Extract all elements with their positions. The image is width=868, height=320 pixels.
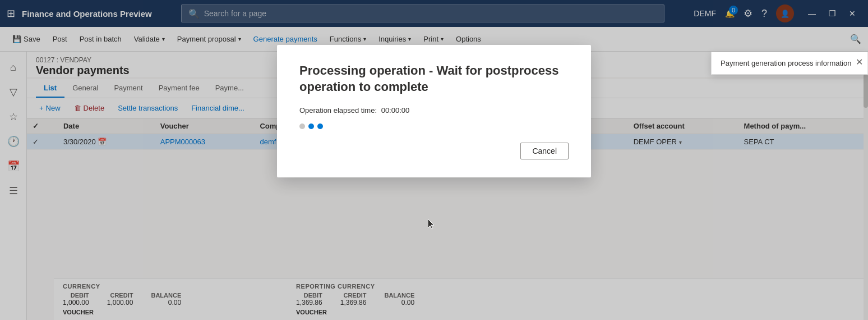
cancel-button[interactable]: Cancel [520, 143, 569, 159]
dot-2 [308, 124, 314, 129]
modal-footer: Cancel [299, 143, 569, 159]
info-popup: ✕ Payment generation process information [711, 52, 868, 75]
modal-progress-dots [299, 124, 569, 129]
dot-1 [299, 124, 305, 129]
modal-elapsed: Operation elapsed time: 00:00:00 [299, 106, 569, 115]
dot-3 [317, 124, 323, 129]
info-popup-text: Payment generation process information [721, 59, 851, 67]
processing-modal: Processing operation - Wait for postproc… [277, 45, 591, 177]
modal-overlay: Processing operation - Wait for postproc… [0, 0, 868, 320]
modal-title: Processing operation - Wait for postproc… [299, 63, 569, 95]
info-popup-close-btn[interactable]: ✕ [856, 57, 863, 67]
